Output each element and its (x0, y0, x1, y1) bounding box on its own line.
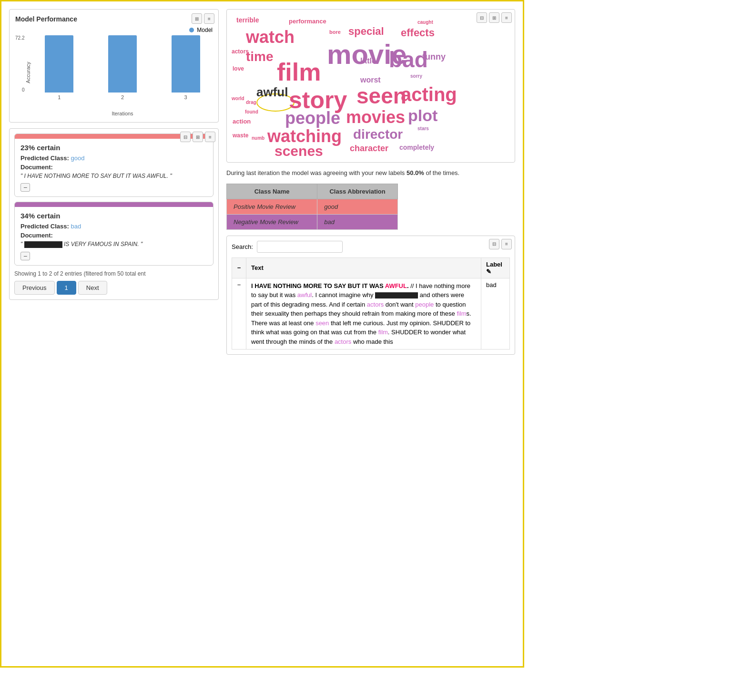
agreement-static: During last iteration the model was agre… (226, 169, 407, 176)
col-text-header: Text (246, 257, 481, 278)
label-edit-icon: ✎ (486, 268, 491, 275)
wc-word-drag: drag (246, 100, 256, 105)
doc-card-2-certainty: 34% certain (20, 212, 207, 220)
negative-abbr: bad (317, 214, 398, 229)
bar-group-3: 3 (159, 35, 213, 100)
chart-expand-icon[interactable]: ⊞ (192, 13, 202, 24)
doc-card-1-doc: Document: (20, 164, 207, 171)
doc-card-2-body: 34% certain Predicted Class: bad Documen… (15, 207, 213, 265)
wc-word-seen: seen (356, 85, 407, 107)
legend-label: Model (197, 27, 213, 33)
predicted-label-2: Predicted Class: (20, 223, 69, 230)
search-input[interactable] (257, 241, 343, 253)
wc-word-film: film (277, 60, 321, 84)
wc-word-little: little (360, 57, 376, 65)
wc-word-world: world (232, 96, 244, 101)
bars-area: 1 2 3 (32, 35, 213, 110)
predicted-val-1: good (71, 154, 85, 162)
text-seen: seen (315, 319, 329, 327)
agreement-end: of the times. (424, 169, 459, 176)
y-axis-label: Accuracy (25, 62, 31, 83)
wc-word-sorry: sorry (410, 74, 422, 79)
doc-card-2-header (15, 202, 213, 207)
positive-abbr: good (317, 199, 398, 214)
document-cards-panel: ⊟ ⊞ ≡ 23% certain Predicted Class: good … (9, 128, 219, 300)
x-axis-label: Iterations (32, 111, 213, 116)
next-button[interactable]: Next (78, 281, 107, 295)
wc-word-scenes: scenes (274, 144, 323, 158)
y-axis-min: 0 (22, 87, 25, 93)
text-films: film (457, 310, 466, 317)
predicted-val-2: bad (71, 223, 81, 230)
wc-word-worst: worst (360, 76, 381, 84)
page-1-button[interactable]: 1 (57, 281, 76, 295)
right-column: ⊟ ⊞ ≡ terribleperformancewatchborespecia… (226, 9, 515, 355)
row-minus[interactable]: − (232, 278, 246, 350)
chart-icons: ⊞ ≡ (192, 13, 214, 24)
doc-card-2-minus[interactable]: − (20, 252, 30, 260)
cards-menu-icon[interactable]: ≡ (205, 132, 215, 142)
table-row: − I HAVE NOTHING MORE TO SAY BUT IT WAS … (232, 278, 510, 350)
wc-word-completely: completely (399, 144, 434, 151)
y-axis-max: 72.2 (15, 35, 24, 41)
wc-word-effects: effects (401, 28, 435, 38)
class-row-positive: Positive Movie Review good (227, 199, 398, 214)
wc-word-watching: watching (267, 128, 342, 145)
text-actors-2: actors (335, 338, 351, 345)
class-abbr-header: Class Abbreviation (317, 184, 398, 199)
wc-word-caught: caught (417, 20, 433, 25)
doc-card-2-predicted: Predicted Class: bad (20, 223, 207, 230)
dt-icon1[interactable]: ⊟ (489, 239, 499, 249)
pagination-controls: Previous 1 Next (14, 281, 214, 295)
predicted-label-1: Predicted Class: (20, 154, 69, 162)
doc-card-1-certainty: 23% certain (20, 144, 207, 152)
dt-icon2[interactable]: ≡ (501, 239, 512, 249)
doc2-suffix: IS VERY FAMOUS IN SPAIN. " (64, 241, 142, 247)
doc-label-1: Document: (20, 164, 53, 171)
wordcloud-panel: ⊟ ⊞ ≡ terribleperformancewatchborespecia… (226, 9, 515, 163)
doc2-prefix: " (20, 241, 22, 247)
cards-collapse-icon[interactable]: ⊟ (180, 132, 191, 142)
wc-word-numb: numb (252, 136, 264, 141)
wc-word-found: found (245, 110, 258, 114)
wc-word-performance: performance (289, 18, 326, 24)
bar-group-1: 1 (32, 35, 86, 100)
wc-word-director: director (353, 128, 403, 141)
doc-card-1-body: 23% certain Predicted Class: good Docume… (15, 139, 213, 196)
doc-card-1-text: " I HAVE NOTHING MORE TO SAY BUT IT WAS … (20, 173, 207, 179)
chart-menu-icon[interactable]: ≡ (204, 13, 214, 24)
col-label-header: Label ✎ (481, 257, 510, 278)
wc-word-terrible: terrible (236, 17, 259, 23)
chart-title: Model Performance (15, 15, 213, 23)
wc-word-bore: bore (329, 30, 341, 35)
bar-2 (108, 35, 137, 93)
datatable-panel: ⊟ ≡ Search: − Text Label ✎ (226, 236, 515, 355)
search-label: Search: (232, 243, 253, 250)
agreement-percent: 50.0% (407, 169, 424, 176)
doc-card-2: 34% certain Predicted Class: bad Documen… (14, 202, 214, 266)
text-period: . (407, 282, 409, 289)
model-performance-panel: Model Performance ⊞ ≡ Model 72.2 0 Accur… (9, 9, 219, 123)
chart-legend: Model (15, 27, 213, 33)
doc-card-1-minus[interactable]: − (20, 183, 30, 192)
datatable-icons: ⊟ ≡ (489, 239, 512, 249)
wc-word-people: people (285, 110, 340, 127)
row-label: bad (481, 278, 510, 350)
left-column: Model Performance ⊞ ≡ Model 72.2 0 Accur… (9, 9, 219, 355)
doc-card-2-doc: Document: (20, 232, 207, 239)
bar-3 (172, 35, 200, 93)
previous-button[interactable]: Previous (14, 281, 55, 295)
text-film: film (378, 329, 388, 336)
text-part-bold: I HAVE NOTHING MORE TO SAY BUT IT WAS (251, 282, 385, 289)
class-name-header: Class Name (227, 184, 317, 199)
wc-word-character: character (350, 144, 388, 153)
wc-word-acting: acting (401, 85, 457, 104)
doc-card-1: 23% certain Predicted Class: good Docume… (14, 134, 214, 197)
cards-expand-icon[interactable]: ⊞ (193, 132, 203, 142)
class-table: Class Name Class Abbreviation Positive M… (226, 184, 398, 230)
text-redacted (375, 292, 418, 299)
doc-card-2-text: " IS VERY FAMOUS IN SPAIN. " (20, 241, 207, 248)
class-row-negative: Negative Movie Review bad (227, 214, 398, 229)
pagination-info: Showing 1 to 2 of 2 entries (filtered fr… (14, 270, 214, 277)
doc-card-1-predicted: Predicted Class: good (20, 154, 207, 162)
